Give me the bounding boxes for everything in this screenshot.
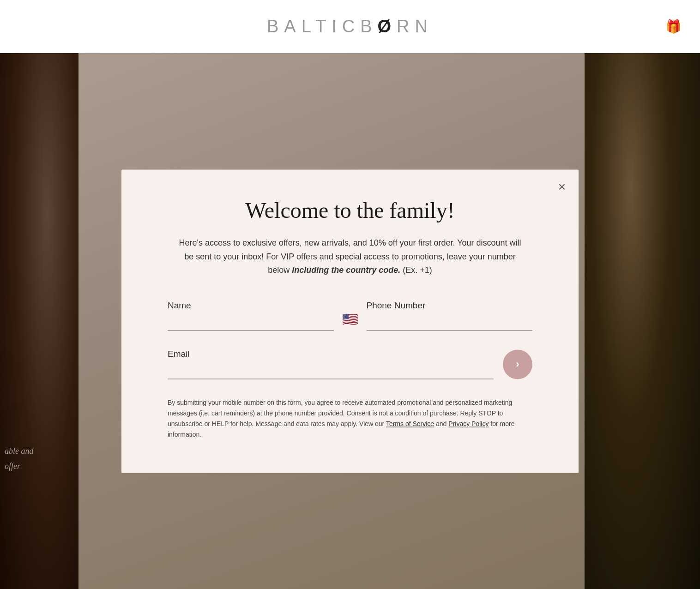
submit-arrow-icon: › — [516, 359, 519, 371]
flag-separator: 🇺🇸 — [334, 312, 367, 331]
modal-subtitle: Here's access to exclusive offers, new a… — [175, 237, 525, 278]
name-input[interactable] — [168, 315, 334, 331]
background-area: able and offer × Welcome to the family! … — [0, 53, 700, 589]
logo: BALTICBØRN — [267, 17, 433, 36]
logo-light-part: BALTICB — [267, 17, 378, 36]
name-label: Name — [168, 301, 334, 311]
subtitle-italic: including the country code. — [292, 266, 400, 275]
email-label: Email — [168, 349, 494, 360]
legal-and: and — [434, 421, 448, 428]
phone-field-container: Phone Number — [367, 301, 533, 331]
phone-label: Phone Number — [367, 301, 533, 311]
form-bottom-row: Email › — [168, 349, 532, 379]
email-field-container: Email — [168, 349, 494, 379]
terms-of-service-link[interactable]: Terms of Service — [386, 421, 434, 428]
logo-end-part: RN — [397, 17, 433, 36]
email-input[interactable] — [168, 363, 494, 379]
gift-icon[interactable]: 🎁 — [665, 19, 682, 34]
close-button[interactable]: × — [558, 180, 566, 193]
phone-input[interactable] — [367, 315, 533, 331]
bg-text-left: able and offer — [5, 444, 34, 474]
privacy-policy-link[interactable]: Privacy Policy — [448, 421, 489, 428]
modal: × Welcome to the family! Here's access t… — [121, 169, 579, 473]
modal-title: Welcome to the family! — [168, 197, 532, 224]
logo-slash: Ø — [378, 17, 397, 36]
flag-icon: 🇺🇸 — [342, 312, 358, 327]
subtitle-suffix: (Ex. +1) — [400, 266, 432, 275]
name-field-container: Name — [168, 301, 334, 331]
legal-text: By submitting your mobile number on this… — [168, 398, 528, 440]
form-top-row: Name 🇺🇸 Phone Number — [168, 301, 532, 331]
submit-button[interactable]: › — [503, 350, 532, 379]
header: BALTICBØRN 🎁 — [0, 0, 700, 53]
